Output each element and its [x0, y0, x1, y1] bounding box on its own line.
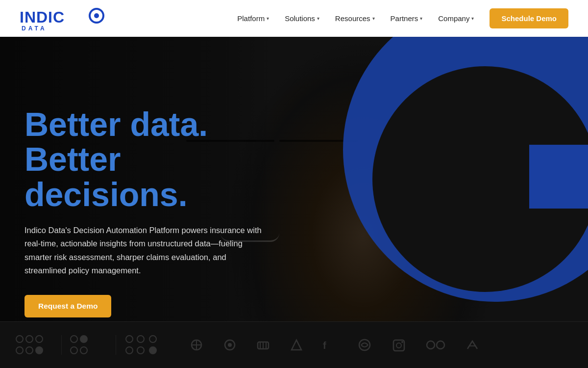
svg-text:INDIC: INDIC — [20, 8, 65, 26]
nav-partners[interactable]: Partners ▾ — [391, 14, 423, 23]
schedule-demo-button[interactable]: Schedule Demo — [490, 8, 568, 28]
hero-body-text: Indico Data's Decision Automation Platfo… — [24, 224, 265, 277]
hero-blue-rect — [529, 145, 588, 209]
chevron-down-icon: ▾ — [267, 16, 269, 21]
logo[interactable]: INDIC DATA — [20, 5, 105, 32]
svg-point-34 — [427, 341, 435, 349]
svg-point-33 — [401, 341, 403, 343]
svg-text:DATA: DATA — [22, 25, 47, 32]
nav-solutions[interactable]: Solutions ▾ — [285, 14, 319, 23]
svg-point-35 — [437, 341, 444, 349]
hero-section: Better data. Better decisions. Indico Da… — [0, 37, 588, 368]
hero-heading: Better data. Better decisions. — [24, 107, 265, 212]
svg-point-30 — [359, 340, 370, 350]
nav-platform[interactable]: Platform ▾ — [237, 14, 269, 23]
navbar: INDIC DATA Platform ▾ Solutions ▾ Resour… — [0, 0, 588, 37]
hero-content: Better data. Better decisions. Indico Da… — [0, 37, 284, 368]
chevron-down-icon: ▾ — [420, 16, 422, 21]
nav-resources[interactable]: Resources ▾ — [335, 14, 375, 23]
svg-text:f: f — [323, 340, 326, 351]
request-demo-button[interactable]: Request a Demo — [24, 295, 111, 317]
svg-point-2 — [94, 13, 99, 18]
svg-point-32 — [396, 343, 401, 348]
nav-links: Platform ▾ Solutions ▾ Resources ▾ Partn… — [237, 8, 568, 28]
nav-company[interactable]: Company ▾ — [438, 14, 474, 23]
chevron-down-icon: ▾ — [372, 16, 375, 21]
chevron-down-icon: ▾ — [471, 16, 474, 21]
chevron-down-icon: ▾ — [317, 16, 319, 21]
